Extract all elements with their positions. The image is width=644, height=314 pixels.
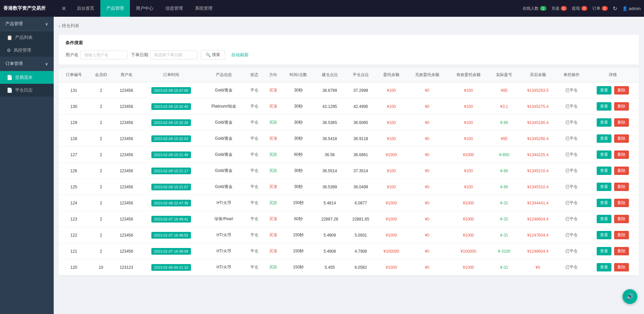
cell-close-price: 22881.65 <box>345 211 377 227</box>
delete-button[interactable]: 删除 <box>614 134 629 143</box>
sidebar-item-product-list[interactable]: 📋 产品列表 <box>0 31 54 44</box>
th-open-price: 建仓点位 <box>314 68 345 82</box>
cell-single-ctrl: 已平仓 <box>556 243 587 259</box>
cell-profit: ¥-85 <box>489 115 519 131</box>
nav-product-mgmt[interactable]: 产品管理 <box>100 0 130 17</box>
cell-direction: 买涨 <box>264 243 283 259</box>
view-button[interactable]: 查看 <box>597 199 611 207</box>
cell-direction: 买跌 <box>264 147 283 163</box>
cell-profit: ¥-31 <box>489 227 519 243</box>
view-button[interactable]: 查看 <box>597 167 611 175</box>
th-close-price: 平仓点位 <box>345 68 377 82</box>
th-detail: 详情 <box>587 68 639 82</box>
cell-invalid-entrust: ¥0 <box>406 131 448 147</box>
cell-username: 123456 <box>113 195 140 211</box>
delete-button[interactable]: 删除 <box>614 86 629 95</box>
th-balance: 买后余额 <box>519 68 556 82</box>
delete-button[interactable]: 删除 <box>614 231 629 239</box>
cell-balance: ¥1345293.5 <box>519 82 556 99</box>
cell-open-price: 42.1295 <box>314 99 345 115</box>
view-button[interactable]: 查看 <box>597 263 611 271</box>
breadcrumb-current: 持仓列表 <box>62 23 79 29</box>
cell-open-price: 36.6799 <box>314 82 345 99</box>
view-button[interactable]: 查看 <box>597 231 611 239</box>
sidebar-section-product[interactable]: 产品管理 ∨ <box>0 17 54 31</box>
view-button[interactable]: 查看 <box>597 215 611 223</box>
recharge-badge[interactable]: 充值 0 <box>551 6 567 11</box>
delete-button[interactable]: 删除 <box>614 118 629 127</box>
cell-open-price: 22887.28 <box>314 211 345 227</box>
cell-member-id: 2 <box>89 195 113 211</box>
cell-direction: 买涨 <box>264 179 283 195</box>
sidebar-item-trade-flow[interactable]: 📄 交易流水 <box>0 71 54 84</box>
delete-button[interactable]: 删除 <box>614 247 629 255</box>
cell-single-ctrl: 已平仓 <box>556 259 587 275</box>
sidebar-item-risk-ctrl[interactable]: ⚙ 风控管理 <box>0 44 54 57</box>
view-button[interactable]: 查看 <box>597 183 611 191</box>
delete-button[interactable]: 删除 <box>614 183 629 191</box>
cell-order-id: 124 <box>59 195 89 211</box>
cell-time-points: 60秒 <box>283 147 314 163</box>
delete-button[interactable]: 删除 <box>614 102 629 111</box>
sidebar-item-close-log[interactable]: 📄 平仓日志 <box>0 84 54 97</box>
cell-direction: 买涨 <box>264 131 283 147</box>
order-badge[interactable]: 订单 0 <box>592 6 608 11</box>
cell-status: 平仓 <box>245 211 264 227</box>
delete-button[interactable]: 删除 <box>614 263 629 271</box>
sidebar-trade-flow-label: 交易流水 <box>15 74 33 80</box>
cell-detail: 查看 删除 <box>587 243 639 259</box>
cell-order-time: 2023-02-07 16:49:41 <box>140 211 203 227</box>
delete-button[interactable]: 删除 <box>614 199 629 207</box>
cell-direction: 买涨 <box>264 211 283 227</box>
search-icon: 🔍 <box>206 53 211 57</box>
menu-toggle-btn[interactable]: ≡ <box>57 0 71 17</box>
nav-dashboard[interactable]: 后台首页 <box>71 0 100 17</box>
cell-detail: 查看 删除 <box>587 163 639 179</box>
cell-member-id: 2 <box>89 227 113 243</box>
cell-entrust: ¥1000 <box>376 259 406 275</box>
cell-product: Gold/黄金 <box>203 115 245 131</box>
refresh-icon[interactable]: ↻ <box>613 5 617 12</box>
view-button[interactable]: 查看 <box>597 86 611 95</box>
cell-time-points: 60秒 <box>283 211 314 227</box>
close-log-icon: 📄 <box>7 87 12 93</box>
nav-user-center[interactable]: 用户中心 <box>130 0 159 17</box>
cell-direction: 买跌 <box>264 115 283 131</box>
nav-info-mgmt[interactable]: 信息管理 <box>159 0 189 17</box>
view-button[interactable]: 查看 <box>597 134 611 143</box>
cell-open-price: 5.4814 <box>314 195 345 211</box>
online-count-badge: 在线人数 1 <box>523 6 546 11</box>
view-button[interactable]: 查看 <box>597 102 611 111</box>
delete-button[interactable]: 删除 <box>614 215 629 223</box>
cell-balance: ¥1345190.4 <box>519 115 556 131</box>
view-button[interactable]: 查看 <box>597 150 611 159</box>
online-count: 1 <box>540 6 546 11</box>
view-button[interactable]: 查看 <box>597 118 611 127</box>
sidebar-product-label: 产品管理 <box>5 21 23 27</box>
nav-sys-mgmt[interactable]: 系统管理 <box>189 0 218 17</box>
cell-single-ctrl: 已平仓 <box>556 163 587 179</box>
admin-label[interactable]: 👤 admin <box>622 6 641 11</box>
sidebar: 产品管理 ∨ 📋 产品列表 ⚙ 风控管理 订单管理 ∨ 📄 交易流水 📄 平仓日… <box>0 17 54 314</box>
table-row: 122 2 123456 2023-02-07 16:48:55 HT/火币 平… <box>59 227 639 243</box>
withdraw-badge[interactable]: 提现 0 <box>572 6 587 11</box>
float-action-button[interactable]: 🔊 <box>623 289 637 304</box>
auto-refresh-button[interactable]: 自动刷新 <box>229 50 251 60</box>
order-date-input[interactable] <box>150 51 197 59</box>
delete-button[interactable]: 删除 <box>614 150 629 159</box>
cell-detail: 查看 删除 <box>587 195 639 211</box>
cell-entrust: ¥100 <box>376 179 406 195</box>
cell-member-id: 2 <box>89 243 113 259</box>
cell-open-price: 5.455 <box>314 259 345 275</box>
cell-time-points: 150秒 <box>283 195 314 211</box>
cell-order-id: 120 <box>59 259 89 275</box>
sidebar-section-order[interactable]: 订单管理 ∨ <box>0 57 54 71</box>
cell-status: 平仓 <box>245 82 264 99</box>
username-input[interactable] <box>81 51 128 59</box>
delete-button[interactable]: 删除 <box>614 167 629 175</box>
table-row: 129 2 123456 2023-02-09 15:32:26 Gold/黄金… <box>59 115 639 131</box>
view-button[interactable]: 查看 <box>597 247 611 255</box>
th-product: 产品信息 <box>203 68 245 82</box>
search-button[interactable]: 🔍 搜索 <box>201 50 225 60</box>
risk-ctrl-icon: ⚙ <box>7 48 11 53</box>
